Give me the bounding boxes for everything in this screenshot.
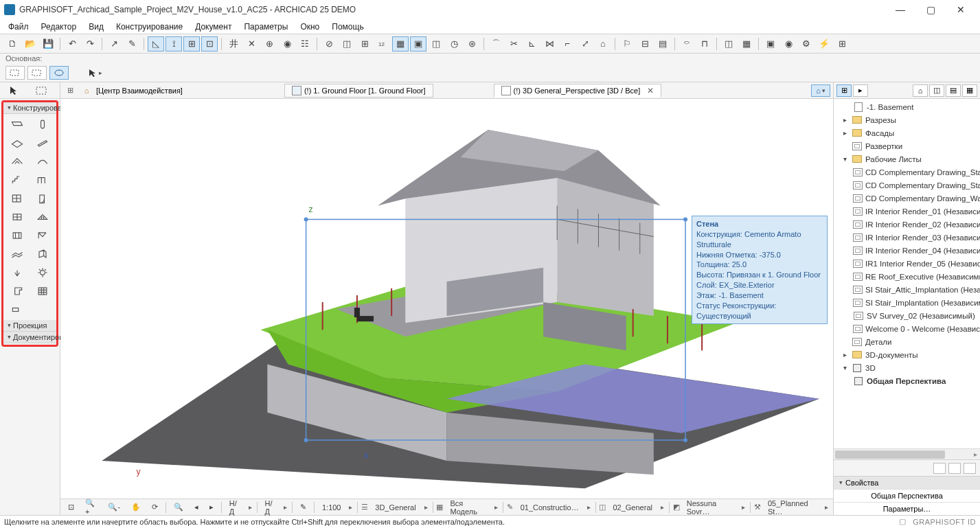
- sel-model[interactable]: Вся Модель: [445, 497, 490, 518]
- 3dcut-icon[interactable]: ▦: [392, 36, 409, 52]
- marquee-icon[interactable]: ◫: [428, 36, 444, 52]
- beam-tool[interactable]: [30, 134, 55, 152]
- curtainwall-tool[interactable]: [5, 190, 30, 207]
- home-icon[interactable]: ⌂: [595, 36, 611, 52]
- annotation-icon[interactable]: ✎: [295, 501, 311, 514]
- slab-tool[interactable]: [5, 134, 30, 152]
- menu-help[interactable]: Помощь: [326, 21, 369, 33]
- tree-ws-8[interactable]: RE Roof_Executive (Независимый: [834, 270, 980, 283]
- nav-tab-map1[interactable]: ⌂: [913, 84, 928, 97]
- column-tool[interactable]: [30, 115, 55, 133]
- properties-header[interactable]: Свойства: [834, 477, 980, 489]
- dim-level-icon[interactable]: 12: [374, 36, 391, 52]
- nav-tab-map3[interactable]: ▤: [946, 84, 961, 97]
- wall-end-tool[interactable]: [5, 301, 30, 319]
- tree-hscroll[interactable]: ▸: [834, 448, 980, 459]
- photo-icon[interactable]: ◉: [780, 36, 797, 52]
- save-icon[interactable]: 💾: [40, 36, 56, 52]
- snap3-icon[interactable]: ⊡: [201, 36, 218, 52]
- menu-document[interactable]: Документ: [190, 21, 237, 33]
- snap-point-icon[interactable]: ⊕: [261, 36, 277, 52]
- tree-3d[interactable]: ▾3D: [834, 361, 980, 374]
- menu-file[interactable]: Файл: [3, 21, 34, 33]
- dropper-icon[interactable]: ✎: [124, 36, 140, 52]
- orbit-view-icon[interactable]: ⟳: [147, 501, 163, 514]
- grid-icon[interactable]: 井: [225, 36, 242, 52]
- filter-icon[interactable]: ◫: [339, 36, 355, 52]
- window-tool[interactable]: [5, 208, 30, 226]
- status-tray-icon[interactable]: ▢: [899, 517, 906, 526]
- tab-ground-floor[interactable]: (!) 1. Ground Floor [1. Ground Floor]: [284, 84, 433, 98]
- marquee-tool[interactable]: [27, 83, 55, 98]
- sel-planned[interactable]: 05_Planned St…: [763, 497, 821, 518]
- org-icon[interactable]: ⊟: [637, 36, 653, 52]
- tree-elevations[interactable]: ▸Фасады: [834, 126, 980, 139]
- energy-icon[interactable]: ⚡: [816, 36, 832, 52]
- menu-view[interactable]: Вид: [83, 21, 109, 33]
- menu-options[interactable]: Параметры: [238, 21, 293, 33]
- tree-worksheets[interactable]: ▾Рабочие Листы: [834, 152, 980, 165]
- suspend-icon[interactable]: ⊘: [321, 36, 337, 52]
- orbit-icon[interactable]: ⊛: [464, 36, 480, 52]
- railing-tool[interactable]: [30, 171, 55, 189]
- toolbox-header-projection[interactable]: Проекция: [3, 320, 56, 332]
- roof-tool[interactable]: [5, 152, 30, 170]
- undo-icon[interactable]: ↶: [64, 36, 80, 52]
- 3d-viewport[interactable]: z y x Стена Конструкция: Cemento Armato …: [60, 99, 833, 499]
- snap1-icon[interactable]: ⟟: [166, 36, 182, 52]
- sel-3dgeneral[interactable]: 3D_General: [370, 501, 420, 514]
- zoom-in-icon[interactable]: 🔍+: [80, 496, 102, 518]
- mesh-tool[interactable]: [5, 245, 30, 263]
- nav-tab-map2[interactable]: ◫: [929, 84, 944, 97]
- properties-settings-button[interactable]: Параметры…: [834, 502, 980, 515]
- zone-tool[interactable]: [5, 282, 30, 300]
- zoom-extents-icon[interactable]: ⊡: [63, 501, 79, 514]
- railing-icon[interactable]: ⊓: [696, 36, 713, 52]
- tree-perspective[interactable]: Общая Перспектива: [834, 374, 980, 387]
- nav-tab-view[interactable]: ▸: [853, 84, 868, 97]
- sel-construction[interactable]: 01_Constructio…: [516, 501, 584, 514]
- tree-ws-7[interactable]: IR1 Interior Render_05 (Независим: [834, 257, 980, 270]
- stairs-icon[interactable]: ⌔: [679, 36, 695, 52]
- intersect-icon[interactable]: ⋈: [541, 36, 558, 52]
- tree-ws-6[interactable]: IR Interior Render_04 (Независим: [834, 244, 980, 257]
- new-icon[interactable]: 🗋: [4, 36, 21, 52]
- flag-icon[interactable]: ⚐: [619, 36, 635, 52]
- sel-mode2[interactable]: [27, 66, 47, 80]
- layers-icon[interactable]: ▤: [654, 36, 671, 52]
- menu-construction[interactable]: Конструирование: [111, 21, 188, 33]
- na1[interactable]: Н/Д: [225, 497, 245, 518]
- navigator-tree[interactable]: -1. Basement ▸Разрезы ▸Фасады Развертки …: [834, 99, 980, 448]
- tree-ws-9[interactable]: SI Stair_Attic_Implantation (Незав: [834, 283, 980, 296]
- split-icon[interactable]: ✂: [505, 36, 522, 52]
- show-sel-icon[interactable]: ◷: [446, 36, 462, 52]
- zoom-out-icon[interactable]: 🔍-: [103, 501, 125, 514]
- corner-window-tool[interactable]: [30, 227, 55, 244]
- graphisoft-id-label[interactable]: GRAPHISOFT ID: [913, 518, 976, 526]
- tab-close-icon[interactable]: ✕: [647, 86, 654, 95]
- nav-grid-icon[interactable]: ⊞: [63, 84, 77, 98]
- tree-3ddocs[interactable]: ▸3D-документы: [834, 348, 980, 361]
- nav-action3-icon[interactable]: [964, 463, 976, 474]
- sel-mode3[interactable]: [49, 66, 69, 80]
- object-tool[interactable]: [5, 264, 30, 282]
- wall-tool[interactable]: [5, 115, 30, 133]
- tree-ws-12[interactable]: Welcome 0 - Welcome (Независ: [834, 322, 980, 335]
- scale-selector[interactable]: 1:100: [317, 501, 346, 514]
- view3d-icon[interactable]: ▣: [410, 36, 426, 52]
- trace-icon[interactable]: ◉: [279, 36, 295, 52]
- redo-icon[interactable]: ↷: [82, 36, 98, 52]
- tree-interior[interactable]: Развертки: [834, 139, 980, 152]
- nav-tab-map4[interactable]: ▦: [962, 84, 977, 97]
- mep-icon[interactable]: ⊞: [834, 36, 850, 52]
- maximize-button[interactable]: ▢: [915, 0, 946, 19]
- curtain-icon[interactable]: ▦: [738, 36, 755, 52]
- arrow-tool[interactable]: [0, 83, 27, 98]
- nav-action2-icon[interactable]: [948, 463, 961, 474]
- tree-ws-4[interactable]: IR Interior Render_02 (Независим: [834, 218, 980, 231]
- tree-ws-10[interactable]: SI Stair_Implantation (Независим: [834, 296, 980, 309]
- ruler-icon[interactable]: ◺: [148, 36, 164, 52]
- arrow-mode[interactable]: ▸: [85, 67, 105, 79]
- edit-arc-icon[interactable]: ⌒: [488, 36, 504, 52]
- tree-ws-2[interactable]: CD Complementary Drawing_Wall: [834, 192, 980, 205]
